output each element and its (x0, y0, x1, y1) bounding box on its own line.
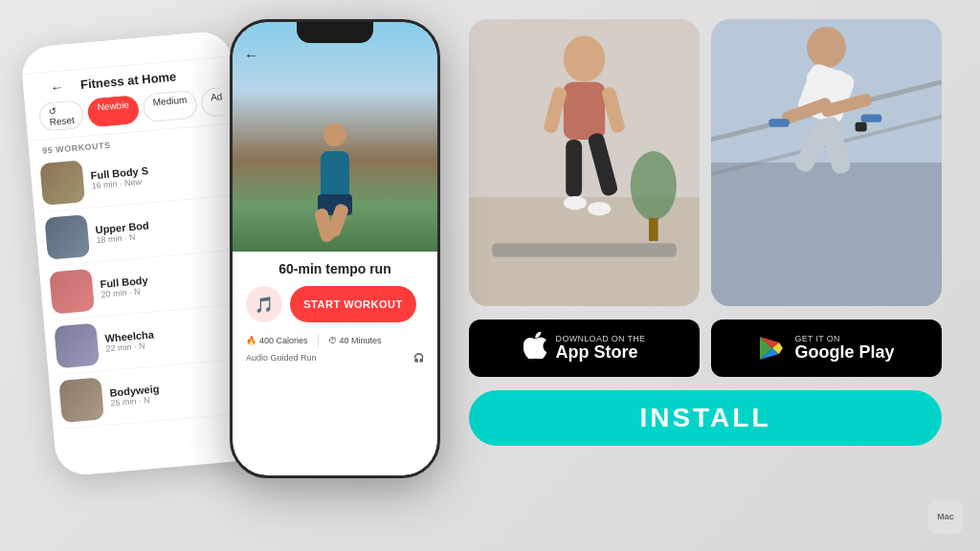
svg-point-11 (631, 151, 677, 220)
workout-thumbnail (58, 377, 104, 423)
fire-icon: 🔥 (246, 336, 256, 345)
app-store-button[interactable]: Download on the App Store (469, 320, 700, 377)
left-phone-section: ← Fitness at Home ↺ Reset Newbie Medium … (38, 19, 440, 532)
svg-rect-12 (649, 218, 658, 241)
photo-card-1 (469, 19, 700, 306)
svg-rect-19 (807, 71, 846, 99)
install-label: INSTALL (639, 403, 770, 433)
svg-rect-22 (768, 119, 790, 126)
phone-screen: ← 60-min tempo run 🎵 (233, 22, 437, 475)
svg-rect-14 (711, 163, 942, 306)
start-workout-button[interactable]: START WORKOUT (290, 286, 416, 322)
svg-point-3 (564, 35, 605, 81)
workout-detail-title: 60-min tempo run (246, 261, 424, 276)
filter-row: ↺ Reset Newbie Medium Advance (38, 87, 224, 132)
woman-treadmill-svg (469, 19, 700, 306)
svg-rect-4 (564, 82, 605, 140)
hero-back-arrow[interactable]: ← (244, 47, 259, 64)
newbie-filter-button[interactable]: Newbie (87, 95, 141, 128)
apple-icon (523, 332, 546, 365)
audio-row: Audio Guided Run 🎧 (246, 353, 424, 363)
photo-card-2 (711, 19, 942, 306)
google-play-icon (758, 335, 785, 362)
app-title: Fitness at Home (79, 69, 176, 92)
hero-image: ← (233, 22, 437, 252)
svg-rect-23 (861, 114, 882, 121)
headphone-icon: 🎧 (413, 353, 424, 363)
google-play-main-label: Google Play (794, 343, 894, 363)
stat-divider (318, 334, 319, 347)
store-buttons-row: Download on the App Store GET IT ON Goog… (469, 320, 942, 377)
medium-filter-button[interactable]: Medium (143, 90, 198, 123)
workout-detail-panel: 60-min tempo run 🎵 START WORKOUT 🔥 400 C… (233, 252, 437, 475)
svg-rect-2 (492, 243, 677, 256)
stats-row: 🔥 400 Calories ⏱ 40 Minutes (246, 334, 424, 347)
calories-value: 400 Calories (259, 336, 308, 345)
runner-head (323, 123, 346, 146)
right-section: Download on the App Store GET IT ON Goog… (469, 19, 942, 532)
mac-badge: Mac (928, 499, 963, 534)
workout-thumbnail (49, 269, 95, 315)
main-container: ← Fitness at Home ↺ Reset Newbie Medium … (0, 0, 980, 551)
reset-filter-button[interactable]: ↺ Reset (38, 99, 85, 132)
app-store-sub-label: Download on the (556, 334, 646, 343)
svg-rect-26 (856, 122, 867, 132)
workout-list: Full Body S 16 min · New Upper Bod 18 mi… (30, 141, 263, 430)
photo-grid (469, 19, 942, 306)
woman-athletic-svg (711, 19, 942, 306)
music-icon-button[interactable]: 🎵 (246, 286, 282, 322)
foreground-phone: ← 60-min tempo run 🎵 (230, 19, 440, 478)
install-button[interactable]: INSTALL (469, 390, 942, 446)
minutes-value: 40 Minutes (340, 336, 382, 345)
cta-row: 🎵 START WORKOUT (246, 286, 424, 322)
phone-notch (297, 22, 373, 43)
app-store-main-label: App Store (556, 343, 646, 363)
workout-thumbnail (44, 214, 90, 260)
calories-stat: 🔥 400 Calories (246, 336, 308, 345)
workout-thumbnail (54, 323, 100, 369)
clock-icon: ⏱ (328, 336, 337, 345)
advanced-filter-button[interactable]: Advance (200, 87, 223, 118)
svg-point-9 (564, 196, 587, 209)
svg-rect-5 (566, 140, 582, 197)
back-arrow-icon[interactable]: ← (50, 78, 64, 95)
google-play-button[interactable]: GET IT ON Google Play (711, 320, 942, 377)
music-icon: 🎵 (255, 296, 274, 314)
google-play-sub-label: GET IT ON (794, 334, 894, 343)
svg-point-17 (807, 27, 846, 68)
svg-point-10 (588, 202, 611, 215)
audio-label: Audio Guided Run (246, 353, 317, 363)
minutes-stat: ⏱ 40 Minutes (328, 336, 382, 345)
runner-figure (297, 89, 373, 242)
workout-thumbnail (39, 160, 85, 206)
